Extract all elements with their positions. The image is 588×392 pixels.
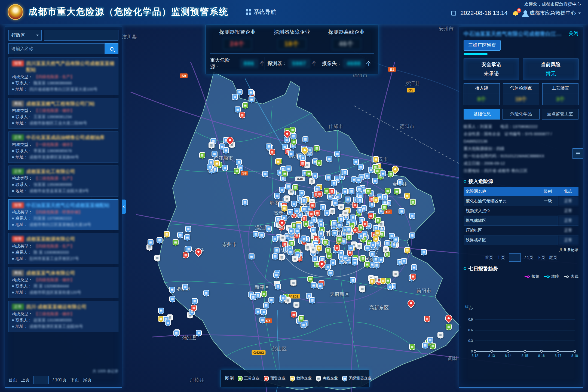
map-marker-yellow[interactable]: ▦ bbox=[373, 156, 379, 162]
map-marker-blue[interactable]: ▦ bbox=[393, 237, 399, 243]
last-page-link[interactable]: 尾页 bbox=[549, 255, 557, 260]
map-marker-blue[interactable]: ▦ bbox=[342, 255, 348, 261]
map-marker-red[interactable]: ▦ bbox=[269, 149, 275, 155]
map-marker-blue[interactable]: ▦ bbox=[357, 207, 363, 213]
district-select[interactable]: 行政区 bbox=[8, 30, 42, 41]
map-marker-red[interactable]: ▦ bbox=[410, 274, 416, 280]
trend-legend-item[interactable]: 故障 bbox=[544, 274, 559, 279]
system-nav-button[interactable]: 系统导航 bbox=[246, 8, 276, 16]
map-marker-blue[interactable]: ▦ bbox=[422, 342, 428, 348]
map-marker-blue[interactable]: ▦ bbox=[353, 159, 359, 165]
map-marker-blue[interactable]: ▦ bbox=[268, 297, 274, 303]
map-marker-blue[interactable]: ▦ bbox=[301, 322, 307, 328]
map-marker-blue[interactable]: ▦ bbox=[348, 245, 354, 251]
map-marker-green[interactable]: ▦ bbox=[261, 291, 267, 297]
map-marker-green[interactable]: ▦ bbox=[394, 188, 400, 194]
map-marker-gray[interactable]: ▦ bbox=[279, 254, 285, 260]
map-marker-blue[interactable]: ▦ bbox=[291, 201, 297, 207]
map-marker-blue[interactable]: ▦ bbox=[311, 282, 317, 288]
map-marker-blue[interactable]: ▦ bbox=[409, 213, 415, 219]
org-menu[interactable]: 成都市应急救援中心 bbox=[523, 10, 581, 17]
first-page-link[interactable]: 首页 bbox=[8, 377, 17, 383]
map-marker-green[interactable]: ▦ bbox=[446, 324, 452, 330]
map-marker-blue[interactable]: ▦ bbox=[232, 94, 238, 100]
map-marker-red[interactable]: ▦ bbox=[239, 112, 245, 118]
map-marker-green[interactable]: ▦ bbox=[381, 204, 387, 210]
map-marker-blue[interactable]: ▦ bbox=[380, 170, 386, 176]
company-list-item[interactable]: 报警 中石油某某天然气公司成都某某储配站 构成类型： 【四级危险源 - 经营存储… bbox=[8, 199, 118, 230]
map-marker-green[interactable]: ▦ bbox=[410, 199, 416, 205]
map-marker-blue[interactable]: ▦ bbox=[274, 247, 280, 253]
map-marker-blue[interactable]: ▦ bbox=[356, 186, 362, 192]
map-marker-blue[interactable]: ▦ bbox=[317, 283, 323, 289]
map-marker-gray[interactable]: ▦ bbox=[209, 142, 215, 148]
map-marker-blue[interactable]: ▦ bbox=[272, 236, 278, 242]
map-marker-blue[interactable]: ▦ bbox=[342, 188, 348, 194]
map-marker-blue[interactable]: ▦ bbox=[184, 234, 190, 240]
company-list-item[interactable]: 正常 成都某某化工有限公司 构成类型： 【二级危险源 - 生产】 联系人： 张某… bbox=[8, 166, 118, 197]
map-marker-gray[interactable]: ▦ bbox=[356, 243, 362, 249]
map-marker-blue[interactable]: ▦ bbox=[262, 171, 268, 177]
map-marker-green[interactable]: ▦ bbox=[365, 188, 371, 194]
map-marker-blue[interactable]: ▦ bbox=[372, 178, 378, 184]
map-marker-blue[interactable]: ▦ bbox=[255, 308, 261, 314]
map-marker-blue[interactable]: ▦ bbox=[261, 309, 267, 315]
map-marker-blue[interactable]: ▦ bbox=[369, 251, 375, 257]
map-marker-blue[interactable]: ▦ bbox=[148, 239, 154, 245]
map-marker-blue[interactable]: ▦ bbox=[370, 242, 376, 248]
map-marker-green[interactable]: ▦ bbox=[374, 168, 380, 174]
map-marker-green[interactable]: ▦ bbox=[292, 184, 298, 190]
company-list-item[interactable]: 正常 四川·成都某某储运有限公司 构成类型： 【三级危险源 - 储存】 联系人：… bbox=[8, 301, 118, 332]
map-marker-blue[interactable]: ▦ bbox=[397, 179, 403, 185]
map-marker-blue[interactable]: ▦ bbox=[301, 206, 307, 212]
hazard-table-row[interactable]: 燃气储罐区正常 bbox=[464, 216, 578, 226]
map-marker-yellow[interactable]: ▦ bbox=[380, 278, 386, 284]
map-marker-blue[interactable]: ▦ bbox=[320, 204, 326, 210]
map-marker-blue[interactable]: ▦ bbox=[427, 337, 433, 343]
map-marker-blue[interactable]: ▦ bbox=[169, 287, 175, 293]
map-marker-yellow[interactable]: ▦ bbox=[164, 231, 170, 237]
map-marker-blue[interactable]: ▦ bbox=[196, 330, 202, 336]
map-marker-blue[interactable]: ▦ bbox=[302, 136, 308, 142]
district-input[interactable] bbox=[44, 30, 118, 41]
trend-legend-item[interactable]: 报警 bbox=[525, 274, 539, 279]
map-marker-green[interactable]: ▦ bbox=[375, 217, 381, 223]
close-button[interactable]: 关闭 bbox=[569, 30, 578, 37]
map-marker-blue[interactable]: ▦ bbox=[387, 284, 393, 290]
map-marker-blue[interactable]: ▦ bbox=[288, 228, 294, 234]
notification-bell-button[interactable]: 0 bbox=[513, 11, 518, 15]
map-marker-blue[interactable]: ▦ bbox=[352, 259, 358, 265]
map-marker-red[interactable]: ▦ bbox=[291, 311, 297, 317]
map-marker-blue[interactable]: ▦ bbox=[409, 232, 415, 238]
trend-legend-item[interactable]: 离线 bbox=[564, 274, 578, 279]
map-marker-green[interactable]: ▦ bbox=[314, 145, 320, 151]
map-marker-gray[interactable]: ▦ bbox=[290, 280, 296, 286]
3d-tour-button[interactable]: 三维厂区巡查 bbox=[464, 40, 501, 51]
tab-key-processes[interactable]: 重点监管工艺 bbox=[542, 109, 578, 120]
map-marker-blue[interactable]: ▦ bbox=[356, 177, 362, 183]
company-list-item[interactable]: 正常 中石化某某成品油销售公司成都油库 构成类型： 【一级危险源 - 储存】 联… bbox=[8, 131, 118, 163]
map-marker-blue[interactable]: ▦ bbox=[242, 199, 248, 205]
map-marker-gray[interactable]: ▦ bbox=[338, 204, 344, 210]
map-marker-red[interactable]: ▦ bbox=[362, 221, 368, 227]
map-marker-blue[interactable]: ▦ bbox=[326, 156, 332, 162]
map-marker-yellow[interactable]: ▦ bbox=[316, 245, 322, 251]
company-list-item[interactable]: 报警 四川某某天然气产品有限公司成都某某储配站 构成类型： 【四级危险源 - 生… bbox=[8, 57, 118, 95]
panel-side-handle[interactable] bbox=[572, 148, 583, 159]
company-list-item[interactable]: 离线 成都某某气体有限公司 构成类型： 【四级危险源 - 储存】 联系人： 周 … bbox=[8, 267, 118, 298]
map-marker-yellow[interactable]: ▦ bbox=[404, 247, 410, 253]
map-marker-blue[interactable]: ▦ bbox=[250, 294, 256, 300]
map-marker-blue[interactable]: ▦ bbox=[259, 232, 265, 238]
map-marker-green[interactable]: ▦ bbox=[199, 152, 205, 158]
map-marker-green[interactable]: ▦ bbox=[364, 261, 370, 267]
map-marker-blue[interactable]: ▦ bbox=[285, 183, 291, 189]
company-list-item[interactable]: 报警 成都某某能源有限公司 构成类型： 【四级危险源 - 生产】 联系人： 陈 … bbox=[8, 233, 118, 264]
map-marker-blue[interactable]: ▦ bbox=[157, 237, 163, 243]
map-marker-red[interactable]: ▦ bbox=[310, 202, 316, 208]
map-marker-yellow[interactable]: ▦ bbox=[214, 160, 220, 166]
map-marker-yellow[interactable]: ▦ bbox=[404, 193, 410, 199]
map-marker-blue[interactable]: ▦ bbox=[327, 270, 333, 276]
map-marker-blue[interactable]: ▦ bbox=[411, 264, 417, 270]
next-page-link[interactable]: 下页 bbox=[537, 255, 545, 260]
map-marker-blue[interactable]: ▦ bbox=[301, 235, 307, 241]
